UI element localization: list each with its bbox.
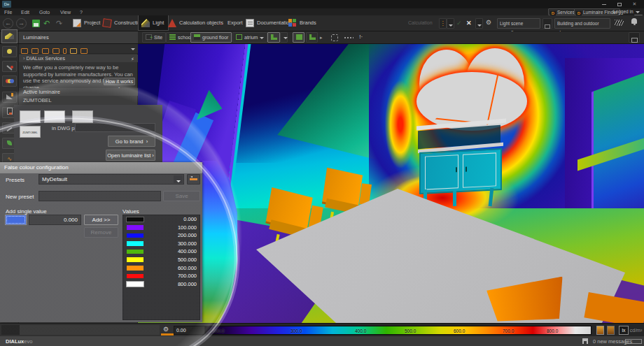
- redo-icon[interactable]: ↷: [56, 19, 62, 28]
- zone-tool-button[interactable]: [306, 32, 318, 43]
- add-single-value-label: Add single value: [6, 208, 47, 215]
- active-luminaire-header: Active luminaire: [19, 88, 138, 96]
- documentation-icon: [246, 19, 254, 27]
- arrangement-icon[interactable]: [31, 48, 38, 54]
- value-row[interactable]: 200.000: [123, 231, 200, 240]
- value-row[interactable]: 300.000: [123, 240, 200, 248]
- add-value-button[interactable]: Add >>: [84, 215, 118, 225]
- arrangement-icon[interactable]: [52, 48, 59, 54]
- value-row[interactable]: 700.000: [123, 272, 200, 280]
- dialog-title[interactable]: False colour configuration: [0, 162, 202, 173]
- bulb-icon[interactable]: [2, 46, 17, 57]
- value-text: 300.000: [178, 240, 197, 247]
- unit-lx-button[interactable]: lx: [619, 326, 629, 335]
- menu-edit[interactable]: Edit: [18, 9, 32, 15]
- scale-tick-label: 500.0: [405, 329, 416, 333]
- scale-preset-swatch[interactable]: [596, 326, 604, 335]
- luminaire-photo-thumb[interactable]: [20, 110, 41, 123]
- annotation-icon[interactable]: !·: [359, 34, 363, 40]
- value-row[interactable]: 400.000: [123, 247, 200, 256]
- luminaire-drawing-thumb[interactable]: [72, 110, 93, 123]
- presets-dropdown[interactable]: MyDefault: [38, 174, 184, 185]
- tools-icon[interactable]: [2, 61, 17, 72]
- arrangement-icon[interactable]: [70, 48, 77, 54]
- reset-preset-button[interactable]: [187, 174, 200, 185]
- value-row[interactable]: 800.000: [123, 280, 200, 289]
- building-dropdown[interactable]: Building and outdoor pla...: [554, 18, 610, 29]
- ground-floor-button[interactable]: ground floor: [190, 32, 232, 43]
- scale-settings-gear-icon[interactable]: ⚙: [163, 326, 169, 333]
- dwg-plan-input[interactable]: [75, 123, 155, 132]
- how-it-works-button[interactable]: How it works ›: [104, 78, 135, 85]
- display-mode-icon[interactable]: [629, 32, 640, 43]
- services-section-header[interactable]: › DIALux Services ⚡︎: [19, 55, 138, 62]
- luminaires-tool-button[interactable]: [1, 29, 18, 43]
- gear-icon[interactable]: ⚙: [486, 19, 491, 26]
- cabinet-leg: [453, 191, 456, 206]
- apply-check-icon[interactable]: ✓: [456, 20, 462, 27]
- brand-logo-thumb[interactable]: ZUMTOBEL: [20, 126, 41, 138]
- new-preset-input[interactable]: [38, 191, 161, 201]
- menu-file[interactable]: File: [1, 9, 15, 15]
- arrangement-icon[interactable]: [42, 48, 49, 54]
- false-colour-scale-bar: ⚙ 0.00 200.0300.0400.0500.0600.0700.0800…: [0, 323, 644, 336]
- calculation-options-dropdown[interactable]: [447, 18, 454, 29]
- add-color-swatch[interactable]: [5, 215, 27, 225]
- menu-view[interactable]: View: [57, 9, 74, 15]
- atrium-dropdown[interactable]: atrium: [232, 32, 267, 43]
- dashed-line-icon[interactable]: [344, 37, 354, 38]
- dialux-evo-window: De ✕ File Edit Goto View ? DServices DLu…: [0, 0, 644, 346]
- tab-light[interactable]: Light: [138, 15, 169, 31]
- maximize-button[interactable]: [616, 1, 622, 7]
- cancel-x-icon[interactable]: ✕: [466, 20, 472, 27]
- scale-min-value: 0.00: [174, 326, 206, 335]
- save-preset-button[interactable]: Save: [163, 191, 200, 201]
- space-tool-button[interactable]: [293, 32, 304, 43]
- open-luminaire-list-button[interactable]: Open luminaire list ›: [106, 150, 155, 161]
- colors-icon[interactable]: [2, 75, 17, 87]
- ramp-icon[interactable]: [2, 92, 17, 103]
- tab-brands[interactable]: Brands: [286, 15, 321, 31]
- forward-button[interactable]: →: [16, 18, 27, 29]
- remove-value-button[interactable]: Remove: [84, 227, 118, 238]
- services-button[interactable]: DServices: [548, 8, 578, 15]
- scale-preset-swatch[interactable]: [607, 326, 615, 335]
- luminaire-photometry-thumb[interactable]: [44, 110, 65, 123]
- close-button[interactable]: ✕: [631, 1, 638, 7]
- back-button[interactable]: ←: [3, 18, 13, 29]
- gear-accent-underline: [161, 333, 174, 336]
- tab-project[interactable]: Project: [70, 15, 104, 31]
- bell-icon[interactable]: [631, 18, 637, 24]
- chevron-down-icon: [284, 37, 288, 39]
- undo-icon[interactable]: ↶: [43, 19, 50, 28]
- calculation-options-icon[interactable]: ⋮: [439, 18, 447, 29]
- arrangement-icon[interactable]: [63, 48, 66, 54]
- value-row[interactable]: 600.000: [123, 264, 200, 273]
- room-tool-button[interactable]: [267, 32, 280, 43]
- cancel-dropdown[interactable]: [475, 18, 483, 29]
- value-row[interactable]: 0.000: [123, 215, 200, 224]
- arrangement-icon[interactable]: [80, 48, 88, 54]
- more-tools-arrow[interactable]: ▸: [320, 35, 323, 41]
- unit-cdm2-button[interactable]: cd/m²: [629, 326, 643, 335]
- value-row[interactable]: 100.000: [123, 224, 200, 232]
- value-row[interactable]: 500.000: [123, 256, 200, 264]
- add-value-input[interactable]: 0.000: [29, 215, 81, 225]
- selection-frame-icon[interactable]: [331, 34, 338, 41]
- menu-help[interactable]: ?: [77, 9, 85, 15]
- tab-export[interactable]: → Export: [214, 15, 247, 31]
- room-tool-dropdown[interactable]: [280, 32, 288, 43]
- menu-goto[interactable]: Goto: [36, 9, 52, 15]
- save-icon[interactable]: [32, 20, 40, 27]
- light-scene-dropdown[interactable]: Light scene overall: [497, 18, 540, 29]
- values-list[interactable]: 0.000100.000200.000300.000400.000500.000…: [122, 215, 200, 320]
- chevron-down-icon[interactable]: [131, 48, 135, 50]
- minimize-icon: [602, 4, 606, 5]
- light-scene-monitor-icon[interactable]: [542, 18, 552, 29]
- go-to-brand-button[interactable]: Go to brand ›: [108, 136, 155, 147]
- value-text: 600.000: [178, 265, 197, 271]
- minimize-button[interactable]: [601, 1, 607, 7]
- perspective-icon[interactable]: [615, 20, 624, 26]
- arrangement-icon[interactable]: [21, 48, 28, 54]
- site-button[interactable]: +Site: [142, 32, 166, 43]
